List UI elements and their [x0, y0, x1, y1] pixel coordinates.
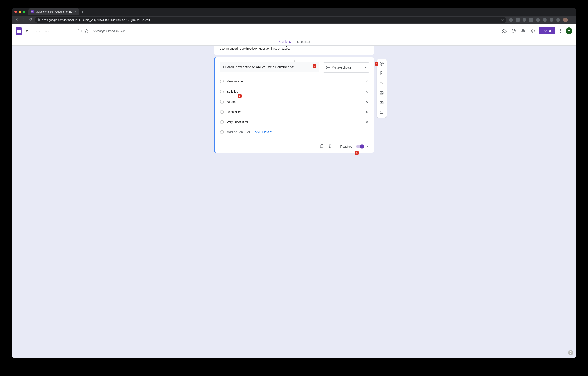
svg-point-7	[514, 31, 515, 31]
radio-icon	[220, 90, 224, 93]
remove-option-icon[interactable]: ×	[365, 79, 369, 84]
remove-option-icon[interactable]: ×	[365, 110, 369, 114]
required-toggle[interactable]	[356, 145, 364, 148]
remove-option-icon[interactable]: ×	[365, 120, 369, 124]
svg-rect-14	[380, 111, 383, 112]
question-more-menu-icon[interactable]	[368, 145, 368, 148]
add-option-button[interactable]: Add option	[227, 130, 243, 134]
radio-icon	[220, 120, 224, 124]
form-canvas: se this for longer recommended. Use drop…	[12, 46, 576, 188]
chevron-down-icon	[364, 67, 367, 68]
question-card: ⠿ Multiple choice ×	[214, 57, 374, 153]
extension-icon[interactable]	[536, 18, 540, 22]
delete-trash-icon[interactable]	[328, 144, 332, 149]
option-input[interactable]	[227, 109, 362, 114]
duplicate-icon[interactable]	[319, 144, 324, 149]
svg-rect-15	[380, 113, 383, 114]
svg-rect-1	[32, 11, 33, 12]
tab-responses[interactable]: Responses	[296, 40, 311, 45]
extension-icon[interactable]	[543, 18, 546, 22]
description-card: se this for longer recommended. Use drop…	[214, 46, 374, 55]
remove-option-icon[interactable]: ×	[365, 100, 369, 104]
option-input[interactable]	[227, 79, 362, 84]
extensions-puzzle-icon[interactable]	[556, 18, 560, 22]
extension-icon[interactable]	[516, 18, 520, 22]
remove-option-icon[interactable]: ×	[365, 89, 369, 94]
drag-handle-icon[interactable]: ⠿	[220, 59, 369, 62]
radio-icon	[220, 110, 224, 114]
minimize-window-button[interactable]	[19, 11, 21, 13]
save-status-text: All changes saved in Drive	[93, 29, 125, 33]
question-type-dropdown[interactable]: Multiple choice	[323, 62, 369, 73]
option-row: ×	[220, 76, 369, 87]
option-row: ×	[220, 107, 369, 117]
browser-tab[interactable]: Multiple choice - Google Forms ×	[28, 9, 79, 15]
extension-icon[interactable]	[509, 18, 513, 22]
star-icon[interactable]	[84, 29, 89, 33]
browser-profile-avatar[interactable]	[563, 18, 568, 22]
browser-toolbar: docs.google.com/forms/d/1eO3LXima_v0nj2O…	[12, 16, 576, 24]
preview-eye-icon[interactable]	[521, 29, 525, 33]
option-row: ×	[220, 87, 369, 97]
radio-icon	[326, 66, 330, 69]
import-questions-icon[interactable]	[379, 71, 384, 77]
app-header: All changes saved in Drive Send V	[12, 24, 576, 38]
add-image-icon[interactable]	[379, 90, 384, 96]
option-row: ×	[220, 117, 369, 127]
browser-tab-bar: Multiple choice - Google Forms × +	[12, 8, 576, 16]
reload-button[interactable]	[28, 18, 32, 22]
new-tab-button[interactable]: +	[81, 10, 84, 14]
annotation-badge-4: 4	[355, 151, 359, 155]
add-other-button[interactable]: add "Other"	[254, 130, 272, 134]
add-section-icon[interactable]	[379, 110, 384, 115]
svg-rect-9	[321, 145, 323, 147]
extension-icon[interactable]	[529, 18, 533, 22]
address-bar[interactable]: docs.google.com/forms/d/1eO3LXima_v0nj2O…	[35, 17, 506, 23]
forms-favicon	[31, 10, 34, 13]
url-text: docs.google.com/forms/d/1eO3LXima_v0nj2O…	[42, 18, 150, 22]
maximize-window-button[interactable]	[23, 11, 25, 13]
add-question-icon[interactable]: 1	[379, 61, 384, 67]
account-avatar[interactable]: V	[566, 27, 572, 34]
divider	[336, 143, 336, 150]
close-window-button[interactable]	[14, 11, 17, 13]
forms-app: All changes saved in Drive Send V	[12, 24, 576, 188]
move-to-folder-icon[interactable]	[77, 29, 82, 33]
options-list: × × × 3	[220, 76, 369, 137]
radio-icon	[220, 100, 224, 104]
extension-icon[interactable]	[523, 18, 526, 22]
add-video-icon[interactable]	[379, 100, 384, 106]
extension-icon[interactable]	[550, 18, 553, 22]
tab-questions[interactable]: Questions	[277, 40, 291, 45]
send-button[interactable]: Send	[539, 27, 556, 34]
bookmark-star-icon[interactable]: ☆	[501, 18, 504, 22]
add-option-row: Add option or add "Other"	[220, 127, 369, 137]
annotation-badge-2: 2	[313, 64, 316, 68]
close-tab-icon[interactable]: ×	[74, 10, 77, 13]
theme-palette-icon[interactable]	[511, 29, 516, 33]
svg-point-5	[513, 30, 514, 30]
addons-icon[interactable]	[502, 29, 507, 33]
back-button[interactable]	[15, 18, 19, 22]
extension-icons: ⋮	[509, 18, 573, 22]
svg-rect-3	[32, 12, 33, 12]
floating-toolbar: 1	[377, 59, 387, 118]
form-title-input[interactable]	[24, 28, 75, 34]
browser-menu-icon[interactable]: ⋮	[571, 18, 573, 22]
svg-point-4	[513, 31, 513, 31]
question-title-input[interactable]	[220, 62, 319, 72]
svg-rect-0	[32, 11, 32, 12]
more-menu-icon[interactable]	[560, 29, 561, 33]
window-controls	[14, 11, 25, 13]
option-input[interactable]	[227, 89, 362, 94]
option-input[interactable]	[227, 99, 362, 104]
option-input[interactable]	[227, 120, 362, 124]
add-title-text-icon[interactable]	[379, 81, 384, 86]
forward-button[interactable]	[21, 18, 26, 22]
settings-gear-icon[interactable]	[530, 29, 535, 33]
forms-logo-icon[interactable]	[16, 27, 22, 35]
required-label: Required	[340, 145, 352, 148]
svg-point-8	[523, 30, 524, 32]
svg-rect-2	[32, 12, 32, 12]
option-row: × 3	[220, 97, 369, 107]
